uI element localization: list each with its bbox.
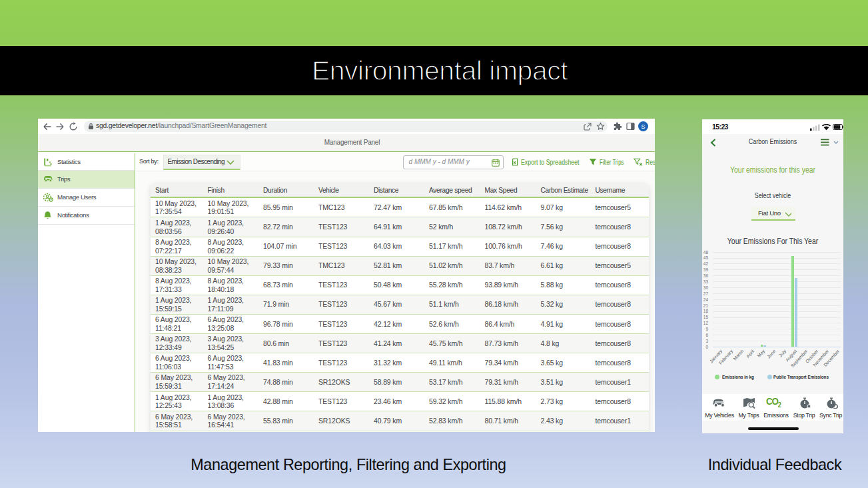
svg-text:Environmental impact: Environmental impact (312, 55, 568, 86)
svg-text:S: S (641, 123, 645, 130)
